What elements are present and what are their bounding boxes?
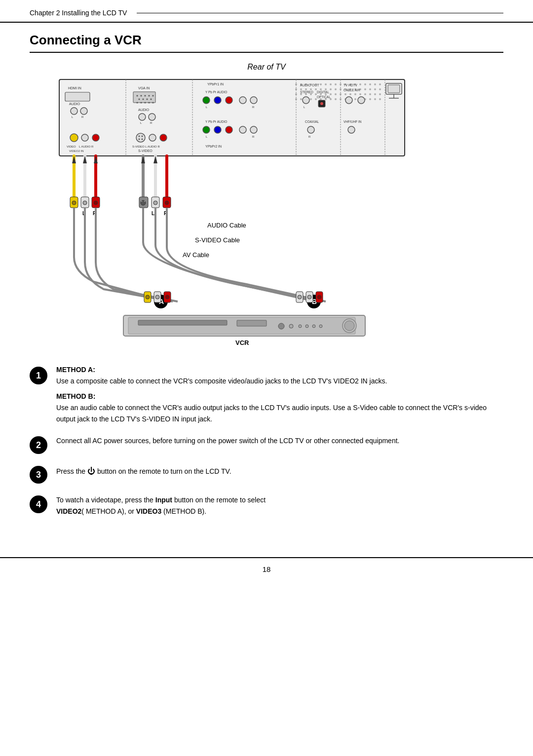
svg-rect-211 xyxy=(237,320,266,326)
svg-point-157 xyxy=(160,134,167,141)
svg-text:VIDEO2 IN: VIDEO2 IN xyxy=(69,150,84,152)
svg-point-14 xyxy=(359,83,361,85)
svg-point-154 xyxy=(139,139,140,140)
svg-text:S-VIDEO L AUDIO R: S-VIDEO L AUDIO R xyxy=(132,145,160,148)
svg-point-27 xyxy=(335,88,337,90)
svg-point-48 xyxy=(349,93,351,95)
svg-text:AUDIO OUT: AUDIO OUT xyxy=(300,83,320,87)
svg-text:VCR: VCR xyxy=(235,339,249,346)
svg-point-63 xyxy=(335,98,337,100)
svg-point-113 xyxy=(214,97,221,104)
svg-point-137 xyxy=(307,126,314,133)
svg-point-106 xyxy=(139,113,146,120)
svg-point-207 xyxy=(317,295,321,299)
svg-point-147 xyxy=(92,134,99,141)
svg-point-181 xyxy=(141,201,142,202)
svg-text:AUDIO: AUDIO xyxy=(138,108,150,112)
svg-point-172 xyxy=(72,201,76,205)
svg-text:VIDEO: VIDEO xyxy=(67,145,76,148)
svg-point-104 xyxy=(152,102,154,104)
svg-text:VHF/UHF IN: VHF/UHF IN xyxy=(343,120,362,123)
svg-point-34 xyxy=(369,88,371,90)
instructions-section: 1 METHOD A: Use a composite cable to con… xyxy=(30,366,503,517)
svg-point-7 xyxy=(325,83,327,85)
connection-diagram: HDMI IN AUDIO L R VGA IN AUDIO L R YPbPr… xyxy=(30,75,503,351)
top-bar: Chapter 2 Installing the LCD TV xyxy=(0,0,533,23)
svg-point-26 xyxy=(330,88,332,90)
svg-point-18 xyxy=(379,83,381,85)
step-number-2: 2 xyxy=(30,436,47,454)
svg-point-122 xyxy=(226,126,232,133)
svg-point-102 xyxy=(145,102,146,104)
svg-point-93 xyxy=(145,95,146,97)
svg-text:L: L xyxy=(152,211,154,216)
step-2: 2 Connect all AC power sources, before t… xyxy=(30,435,503,454)
step-3-content: Press the ⏻ button on the remote to turn… xyxy=(56,465,503,478)
svg-point-53 xyxy=(374,93,376,95)
svg-point-86 xyxy=(80,108,87,114)
step-3: 3 Press the ⏻ button on the remote to tu… xyxy=(30,465,503,484)
chapter-label: Chapter 2 Installing the LCD TV xyxy=(30,9,127,17)
svg-text:S-VIDEO Cable: S-VIDEO Cable xyxy=(195,236,240,244)
svg-point-184 xyxy=(153,201,157,205)
svg-text:L AUDIO R: L AUDIO R xyxy=(79,145,94,148)
svg-point-120 xyxy=(203,126,210,133)
svg-point-213 xyxy=(289,324,293,328)
svg-point-72 xyxy=(379,98,381,100)
svg-point-36 xyxy=(379,88,381,90)
step-1: 1 METHOD A: Use a composite cable to con… xyxy=(30,366,503,424)
svg-point-100 xyxy=(137,102,138,104)
top-divider xyxy=(137,13,503,13)
step-4-content: To watch a videotape, press the Input bu… xyxy=(56,494,503,517)
svg-point-121 xyxy=(214,126,221,133)
step-3-text: Press the ⏻ button on the remote to turn… xyxy=(56,465,503,478)
svg-point-205 xyxy=(307,295,311,299)
svg-point-144 xyxy=(348,126,355,133)
svg-point-199 xyxy=(155,295,159,299)
svg-point-114 xyxy=(226,97,232,104)
svg-point-203 xyxy=(298,295,302,299)
svg-point-201 xyxy=(165,295,169,299)
svg-point-92 xyxy=(141,95,142,97)
svg-point-219 xyxy=(344,321,354,331)
svg-point-49 xyxy=(354,93,356,95)
svg-point-124 xyxy=(250,126,257,133)
svg-point-45 xyxy=(335,93,337,95)
svg-point-146 xyxy=(81,134,88,141)
svg-point-115 xyxy=(239,97,246,104)
svg-point-33 xyxy=(364,88,366,90)
svg-point-130 xyxy=(303,97,309,104)
svg-rect-83 xyxy=(65,92,90,101)
svg-text:STEREO: STEREO xyxy=(300,90,313,94)
svg-point-197 xyxy=(146,295,150,299)
svg-text:R: R xyxy=(150,121,152,124)
svg-point-107 xyxy=(149,113,155,120)
svg-point-217 xyxy=(319,325,322,328)
step-1-content: METHOD A: Use a composite cable to conne… xyxy=(56,366,503,424)
svg-point-9 xyxy=(335,83,337,85)
svg-rect-210 xyxy=(138,320,227,325)
svg-text:R: R xyxy=(252,106,255,109)
svg-text:AV Cable: AV Cable xyxy=(183,251,209,259)
svg-point-58 xyxy=(310,98,312,100)
diagram-area: Rear of TV xyxy=(30,63,503,351)
svg-point-176 xyxy=(94,201,98,205)
rear-tv-label: Rear of TV xyxy=(30,63,503,72)
step-number-4: 4 xyxy=(30,495,47,513)
svg-text:HDMI IN: HDMI IN xyxy=(68,86,81,90)
step-4-text: To watch a videotape, press the Input bu… xyxy=(56,494,503,517)
svg-text:YPbPr2 IN: YPbPr2 IN xyxy=(205,145,222,148)
svg-point-145 xyxy=(70,134,78,142)
svg-point-91 xyxy=(137,95,138,97)
svg-text:TV    HDTV: TV HDTV xyxy=(343,83,357,87)
svg-text:AUDIO: AUDIO xyxy=(69,102,80,106)
svg-point-182 xyxy=(144,201,145,202)
svg-text:R: R xyxy=(81,115,84,118)
method-a-title: METHOD A: xyxy=(56,366,503,374)
svg-text:CABLE  AIR: CABLE AIR xyxy=(343,88,360,92)
step-2-content: Connect all AC power sources, before tur… xyxy=(56,435,503,446)
svg-rect-90 xyxy=(133,92,155,103)
svg-point-214 xyxy=(299,325,302,328)
svg-point-215 xyxy=(305,325,308,328)
svg-point-54 xyxy=(379,93,381,95)
